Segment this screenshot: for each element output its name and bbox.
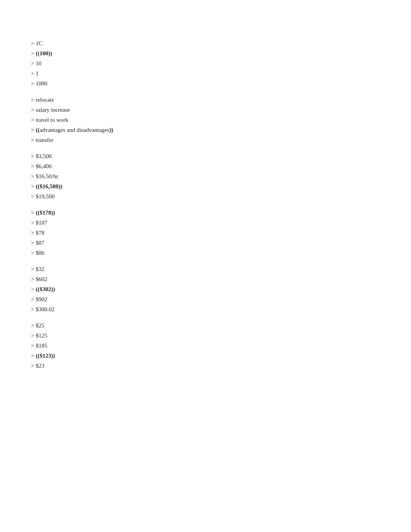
list-item: > $3,500 [31,152,263,161]
group-amounts-2: > $32 > $602 > (($302)) > $902 > $300.02 [31,264,263,314]
list-item: > transfer [31,135,263,145]
list-item: > $32 [31,264,263,274]
list-item: > (($123)) [31,351,263,360]
list-item: > salary increase [31,105,263,114]
list-item: > 1C [31,39,263,48]
bold-text: ((100)) [36,50,52,56]
list-item: > $87 [31,238,263,247]
list-item: > relocate [31,95,263,104]
bold-text: (($16,500)) [36,183,62,189]
list-item: > $902 [31,295,263,304]
list-item: > $23 [31,361,263,370]
bold-text: )) [109,127,113,133]
list-item: > $78 [31,228,263,237]
list-item: > $602 [31,275,263,284]
group-topics: > relocate > salary increase > travel to… [31,95,263,145]
list-item: > $19,500 [31,192,263,201]
list-item: > 1000 [31,79,263,88]
list-item: > $125 [31,331,263,340]
list-item: > 1 [31,69,263,78]
main-content: > 1C > ((100)) > 10 > 1 > 1000 > relocat… [31,39,263,370]
group-numbers: > 1C > ((100)) > 10 > 1 > 1000 [31,39,263,88]
list-item: > $16.50/hr [31,172,263,181]
bold-text: (($123)) [36,353,55,359]
group-amounts-3: > $25 > $125 > $185 > (($123)) > $23 [31,321,263,370]
list-item: > ((100)) [31,49,263,58]
bold-text: (( [36,127,39,133]
group-amounts-1: > (($178)) > $187 > $78 > $87 > $86 [31,208,263,257]
list-item: > 10 [31,59,263,68]
list-item: > $300.02 [31,305,263,314]
bold-text: (($302)) [36,286,55,292]
list-item: > ((advantages and disadvantages)) [31,125,263,135]
list-item: > (($16,500)) [31,182,263,191]
list-item: > $25 [31,321,263,330]
list-item: > $187 [31,218,263,227]
group-salaries: > $3,500 > $6,400 > $16.50/hr > (($16,50… [31,152,263,201]
list-item: > (($302)) [31,285,263,294]
list-item: > $185 [31,341,263,350]
bold-text: (($178)) [36,210,55,216]
list-item: > $86 [31,248,263,257]
list-item: > (($178)) [31,208,263,217]
list-item: > travel to work [31,115,263,124]
list-item: > $6,400 [31,162,263,171]
